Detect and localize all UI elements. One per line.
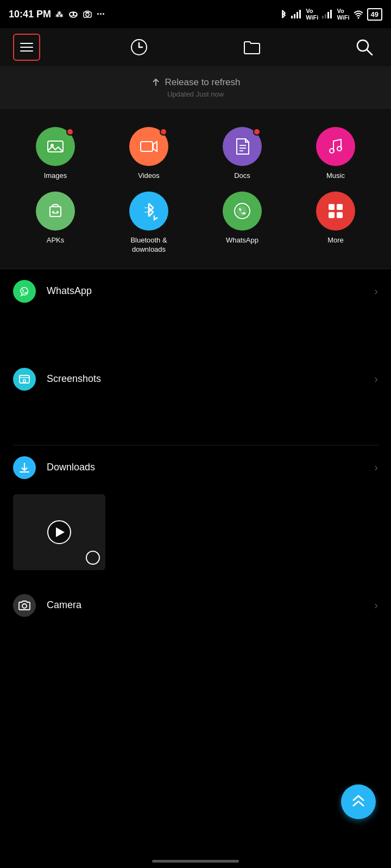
svg-line-18 xyxy=(367,50,372,55)
section-screenshots[interactable]: Screenshots › xyxy=(0,357,391,401)
images-icon xyxy=(46,137,65,156)
spacer-1 xyxy=(0,314,391,357)
svg-rect-12 xyxy=(325,14,326,18)
more-icon-wrap xyxy=(316,192,355,231)
wifi-icon xyxy=(353,9,364,19)
category-apks[interactable]: APKs xyxy=(9,186,102,260)
status-right-icons: VoWiFi VoWiFi 49 xyxy=(278,8,382,21)
whatsapp-label: WhatsApp xyxy=(226,236,258,245)
svg-rect-29 xyxy=(50,207,61,216)
toolbar xyxy=(0,28,391,66)
svg-rect-36 xyxy=(329,204,335,210)
svg-rect-9 xyxy=(297,12,298,18)
more-label: More xyxy=(327,236,344,245)
section-whatsapp[interactable]: WhatsApp › xyxy=(0,269,391,314)
signal2-icon xyxy=(321,9,333,19)
camera-section-label: Camera xyxy=(47,599,363,611)
battery-level: 49 xyxy=(371,10,379,18)
updated-text: Updated Just now xyxy=(0,90,391,98)
camera-chevron-icon: › xyxy=(374,599,378,611)
svg-rect-7 xyxy=(291,16,293,18)
images-icon-wrap xyxy=(36,127,75,166)
history-button[interactable] xyxy=(125,34,153,61)
play-button[interactable] xyxy=(47,520,71,544)
videos-icon-wrap xyxy=(129,127,168,166)
refresh-banner: Release to refresh Updated Just now xyxy=(0,66,391,108)
svg-rect-38 xyxy=(329,212,335,218)
apks-icon xyxy=(46,201,65,221)
svg-point-5 xyxy=(86,13,89,16)
section-camera[interactable]: Camera › xyxy=(0,583,391,628)
home-indicator xyxy=(152,860,239,863)
whatsapp-icon-wrap xyxy=(223,192,262,231)
fab-button[interactable] xyxy=(341,784,376,819)
files-button[interactable] xyxy=(238,34,266,61)
docs-label: Docs xyxy=(234,171,250,181)
category-images[interactable]: Images xyxy=(9,122,102,186)
category-docs[interactable]: Docs xyxy=(195,122,289,186)
music-icon xyxy=(326,137,345,156)
status-bar: 10:41 PM ⁂ ··· VoWiFi xyxy=(0,0,391,28)
status-time: 10:41 PM ⁂ ··· xyxy=(9,9,105,20)
category-bluetooth[interactable]: Bluetooth & downloads xyxy=(102,186,195,260)
bluetooth-status-icon xyxy=(278,9,287,19)
music-label: Music xyxy=(326,171,345,181)
downloads-section-label: Downloads xyxy=(47,462,363,473)
svg-point-41 xyxy=(23,379,26,382)
screenshots-section-svg xyxy=(18,373,31,386)
section-downloads[interactable]: Downloads › xyxy=(0,445,391,490)
downloads-chevron-icon: › xyxy=(374,461,378,474)
camera-icon xyxy=(83,9,92,19)
images-label: Images xyxy=(44,171,67,181)
menu-button[interactable] xyxy=(13,34,40,61)
vo-wifi-label: VoWiFi xyxy=(306,8,318,21)
downloads-section-svg xyxy=(18,461,31,474)
apks-label: APKs xyxy=(47,236,65,245)
whatsapp-chevron-icon: › xyxy=(374,285,378,297)
svg-rect-37 xyxy=(337,204,343,210)
cloud-icon xyxy=(68,9,78,19)
video-thumbnail[interactable] xyxy=(13,494,105,570)
category-whatsapp[interactable]: WhatsApp xyxy=(195,186,289,260)
hashtag-icon: ⁂ xyxy=(55,10,64,18)
category-more[interactable]: More xyxy=(289,186,382,260)
refresh-text: Release to refresh xyxy=(0,77,391,88)
category-music[interactable]: Music xyxy=(289,122,382,186)
more-icon xyxy=(326,201,345,221)
bluetooth-label: Bluetooth & downloads xyxy=(130,236,167,254)
svg-text:⁂: ⁂ xyxy=(55,10,64,18)
svg-rect-10 xyxy=(299,10,301,18)
search-button[interactable] xyxy=(351,34,378,61)
play-triangle-icon xyxy=(56,527,65,537)
whatsapp-section-icon xyxy=(13,280,36,303)
svg-rect-22 xyxy=(141,142,153,151)
svg-rect-14 xyxy=(330,10,332,18)
svg-point-17 xyxy=(357,40,368,51)
screenshots-section-icon xyxy=(13,368,36,391)
category-videos[interactable]: Videos xyxy=(102,122,195,186)
camera-section-svg xyxy=(18,599,31,612)
screenshots-chevron-icon: › xyxy=(374,373,378,385)
history-icon xyxy=(129,37,149,57)
whatsapp-section-svg xyxy=(18,285,31,298)
svg-rect-13 xyxy=(327,12,329,18)
apks-icon-wrap xyxy=(36,192,75,231)
videos-icon xyxy=(139,137,159,156)
time-text: 10:41 PM xyxy=(9,9,51,20)
section-list: WhatsApp › Screenshots › Downloads › xyxy=(0,269,391,628)
spacer-2 xyxy=(0,401,391,445)
camera-section-icon xyxy=(13,594,36,617)
docs-icon-wrap xyxy=(223,127,262,166)
vo-wifi2-label: VoWiFi xyxy=(337,8,349,21)
videos-label: Videos xyxy=(138,171,160,181)
svg-point-15 xyxy=(357,17,359,19)
svg-marker-23 xyxy=(153,142,157,151)
docs-icon xyxy=(232,137,252,156)
arrow-up-icon xyxy=(151,78,161,87)
signal-icon xyxy=(291,9,302,19)
folder-icon xyxy=(242,37,262,57)
svg-rect-8 xyxy=(294,14,295,18)
music-icon-wrap xyxy=(316,127,355,166)
images-badge xyxy=(66,128,74,136)
bluetooth-icon-wrap xyxy=(129,192,168,231)
